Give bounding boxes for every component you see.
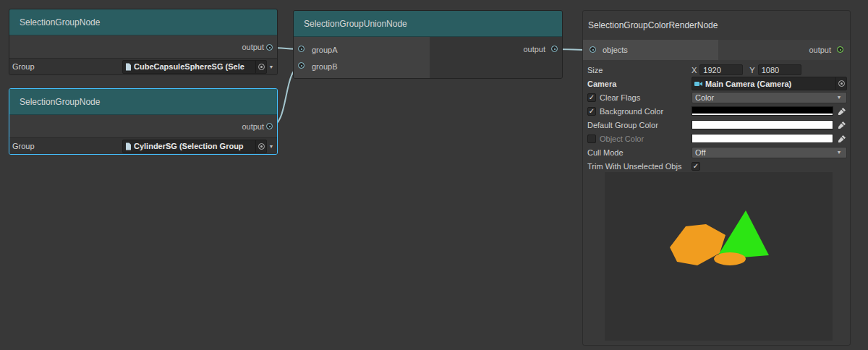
group-field-label: Group [11,142,122,150]
port-sg1-output[interactable] [266,44,273,51]
group-row: Group CubeCapsuleSphereSG (Sele ▼ [9,59,277,74]
clear-flags-checkbox[interactable]: ✓ [587,93,596,102]
camera-icon [694,80,703,88]
port-union-groupA[interactable] [298,46,305,52]
input-groupB-label: groupB [312,62,337,71]
render-preview [605,172,833,341]
input-groupA-row: groupA [294,41,430,58]
group-object-name: CylinderSG (Selection Group [134,142,255,150]
chevron-down-icon: ▼ [835,150,843,155]
node-selection-group-2[interactable]: SelectionGroupNode output Group Cylinder… [9,88,278,155]
eyedropper-icon[interactable] [836,107,847,116]
trim-row: Trim With Unselected Objs ✓ [587,159,848,173]
size-x-input[interactable]: 1920 [699,64,743,75]
background-color-checkbox[interactable]: ✓ [587,107,596,116]
port-render-output[interactable] [837,46,843,53]
render-preview-image [605,172,833,341]
union-node-body: groupA groupB output [294,37,562,78]
union-inputs-column: groupA groupB [294,37,430,78]
eyedropper-icon[interactable] [836,121,847,129]
object-color-label: Object Color [600,135,644,143]
object-picker-button[interactable] [255,140,266,153]
union-output-column: output [430,37,562,78]
output-port-label: output [242,122,264,131]
graph-canvas[interactable]: SelectionGroupNode output Group CubeCaps… [0,0,868,350]
background-color-swatch[interactable] [692,106,833,116]
object-color-checkbox[interactable] [587,135,596,143]
group-row: Group CylinderSG (Selection Group ▼ [9,138,277,154]
eyedropper-icon[interactable] [836,135,847,143]
chevron-down-icon: ▼ [835,95,843,100]
size-x-label: X [692,66,697,74]
node-title: SelectionGroupUnionNode [304,19,407,29]
node-title: SelectionGroupNode [20,17,100,27]
clear-flags-row: ✓ Clear Flags Color ▼ [587,90,848,104]
node-union[interactable]: SelectionGroupUnionNode groupA groupB ou… [293,10,563,79]
default-group-color-label: Default Group Color [587,121,658,129]
group-object-field[interactable]: CubeCapsuleSphereSG (Sele [122,60,267,74]
size-y-label: Y [749,66,754,74]
input-groupA-label: groupA [312,46,337,54]
group-dropdown-arrow[interactable]: ▼ [267,144,276,149]
clear-flags-label: Clear Flags [600,93,640,102]
default-group-color-swatch[interactable] [692,120,833,129]
background-color-label: Background Color [600,107,663,116]
object-picker-icon [258,64,265,70]
size-row: Size X 1920 Y 1080 [587,63,848,77]
clear-flags-dropdown[interactable]: Color ▼ [692,92,847,103]
preview-orange-ellipse [714,252,746,265]
group-object-name: CubeCapsuleSphereSG (Sele [134,62,255,71]
default-group-color-row: Default Group Color [587,118,848,132]
size-y-input[interactable]: 1080 [758,64,801,75]
cull-mode-value: Off [695,148,705,157]
objects-input-row: objects [583,40,718,60]
clear-flags-value: Color [695,93,714,102]
object-picker-icon [258,143,265,150]
output-row: output [9,35,277,59]
node-title-bar[interactable]: SelectionGroupNode [9,9,277,35]
camera-object-field[interactable]: Main Camera (Camera) [692,77,847,90]
trim-label: Trim With Unselected Objs [587,162,681,171]
selection-group-asset-icon [125,63,132,71]
node-title: SelectionGroupColorRenderNode [588,20,718,30]
object-picker-button[interactable] [835,77,846,90]
group-field-label: Group [11,62,122,71]
camera-row: Camera Main Camera (Camera) [587,77,848,90]
cull-mode-row: Cull Mode Off ▼ [587,145,848,159]
output-port-label: output [523,41,545,58]
port-sg2-output[interactable] [266,123,273,129]
node-title-bar[interactable]: SelectionGroupColorRenderNode [583,11,850,40]
node-title-bar[interactable]: SelectionGroupNode [9,89,277,115]
trim-checkbox[interactable]: ✓ [692,162,700,171]
camera-object-name: Main Camera (Camera) [705,80,835,88]
object-color-row: Object Color [587,132,848,145]
output-row: output [9,115,277,138]
output-port-label: output [809,46,831,54]
output-port-label: output [242,43,264,51]
port-render-objects[interactable] [590,46,596,53]
object-picker-icon [838,80,845,87]
input-groupB-row: groupB [294,58,430,74]
render-output-row: output [718,40,850,60]
node-title: SelectionGroupNode [20,97,100,107]
node-title-bar[interactable]: SelectionGroupUnionNode [294,11,562,37]
object-picker-button[interactable] [255,61,266,73]
objects-row: objects output [583,40,850,60]
render-node-fields: Size X 1920 Y 1080 Camera Main Camera (C… [583,60,850,173]
group-dropdown-arrow[interactable]: ▼ [267,64,276,69]
port-union-groupB[interactable] [298,62,305,69]
cull-mode-label: Cull Mode [587,148,624,157]
objects-port-label: objects [603,46,628,54]
node-selection-group-1[interactable]: SelectionGroupNode output Group CubeCaps… [9,9,278,75]
background-color-row: ✓ Background Color [587,104,848,118]
selection-group-asset-icon [125,142,132,150]
group-object-field[interactable]: CylinderSG (Selection Group [122,140,267,153]
node-color-render[interactable]: SelectionGroupColorRenderNode objects ou… [582,10,851,346]
camera-label: Camera [587,80,616,88]
object-color-swatch[interactable] [692,134,833,143]
port-union-output[interactable] [551,46,558,52]
size-label: Size [587,66,603,74]
cull-mode-dropdown[interactable]: Off ▼ [692,147,847,158]
